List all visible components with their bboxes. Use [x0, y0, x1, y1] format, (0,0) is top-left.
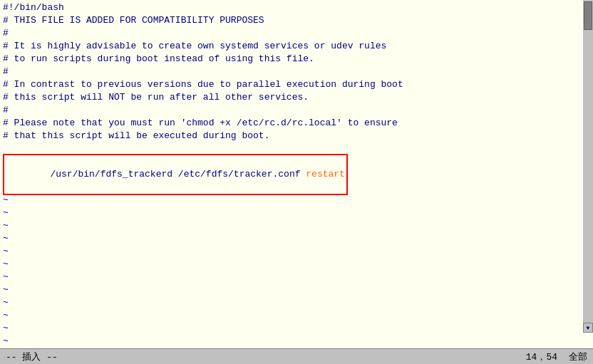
- scrollbar[interactable]: ▼: [583, 0, 593, 333]
- status-bar: -- 插入 -- 14，54 全部: [0, 348, 593, 364]
- tilde-2: ~: [3, 207, 587, 219]
- cursor-position: 14，54: [526, 350, 557, 363]
- line-3: #: [3, 27, 587, 40]
- tilde-5: ~: [3, 245, 587, 258]
- tilde-7: ~: [3, 271, 587, 284]
- tilde-4: ~: [3, 232, 587, 245]
- tilde-3: ~: [3, 219, 587, 232]
- keyword-restart: restart: [306, 169, 345, 180]
- line-4: # It is highly advisable to create own s…: [3, 40, 587, 53]
- line-7: # In contrast to previous versions due t…: [3, 78, 587, 91]
- scrollbar-arrow-down[interactable]: ▼: [583, 323, 593, 333]
- view-mode: 全部: [569, 350, 587, 363]
- tilde-11: ~: [3, 322, 587, 335]
- tilde-10: ~: [3, 309, 587, 322]
- editor-container: #!/bin/bash # THIS FILE IS ADDED FOR COM…: [0, 0, 593, 364]
- command-prefix: /usr/bin/fdfs_trackerd /etc/fdfs/tracker…: [50, 169, 306, 180]
- line-14-highlighted: /usr/bin/fdfs_trackerd /etc/fdfs/tracker…: [3, 168, 587, 181]
- line-6: #: [3, 66, 587, 78]
- line-8: # this script will NOT be run after all …: [3, 91, 587, 104]
- line-2: # THIS FILE IS ADDED FOR COMPATIBILITY P…: [3, 14, 587, 27]
- highlight-box: /usr/bin/fdfs_trackerd /etc/fdfs/tracker…: [3, 154, 348, 195]
- scrollbar-thumb[interactable]: [584, 1, 592, 30]
- tilde-8: ~: [3, 284, 587, 296]
- line-1: #!/bin/bash: [3, 1, 587, 14]
- line-11: # that this script will be executed duri…: [3, 130, 587, 142]
- editor-mode: -- 插入 --: [6, 350, 58, 363]
- tilde-6: ~: [3, 258, 587, 271]
- line-10: # Please note that you must run 'chmod +…: [3, 117, 587, 130]
- line-5: # to run scripts during boot instead of …: [3, 53, 587, 66]
- line-9: #: [3, 104, 587, 117]
- editor-content[interactable]: #!/bin/bash # THIS FILE IS ADDED FOR COM…: [0, 0, 593, 348]
- tilde-9: ~: [3, 296, 587, 309]
- tilde-1: ~: [3, 194, 587, 207]
- tilde-12: ~: [3, 335, 587, 348]
- status-right: 14，54 全部: [526, 350, 587, 363]
- tilde-13: ~: [3, 348, 587, 348]
- status-left: -- 插入 --: [6, 350, 58, 363]
